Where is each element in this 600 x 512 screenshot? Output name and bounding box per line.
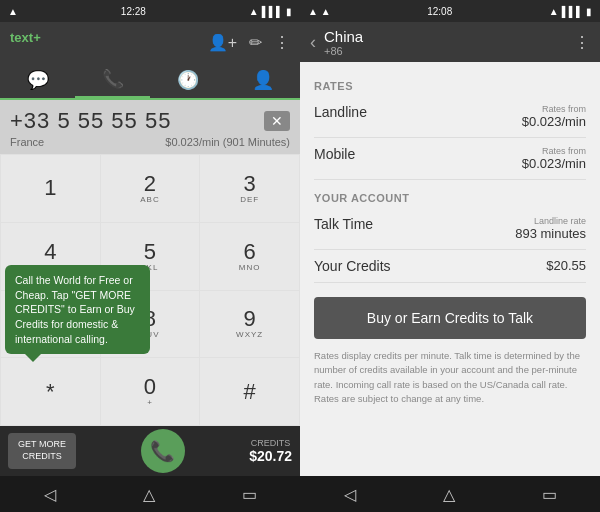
dial-num-4: 4: [44, 241, 56, 263]
r-back-icon[interactable]: ◁: [344, 485, 356, 504]
bottom-bar: GET MORE CREDITS 📞 CREDITS $20.72: [0, 426, 300, 476]
talk-time-value-group: Landline rate 893 minutes: [515, 216, 586, 241]
account-row-talk-time: Talk Time Landline rate 893 minutes: [314, 208, 586, 250]
call-icon: 📞: [150, 439, 175, 463]
landline-label: Landline: [314, 104, 367, 120]
dial-key-0[interactable]: 0 +: [101, 358, 200, 425]
dial-key-2[interactable]: 2 ABC: [101, 155, 200, 222]
rate-label: $0.023/min (901 Minutes): [165, 136, 290, 148]
left-time: 12:28: [121, 6, 146, 17]
rate-row-landline: Landline Rates from $0.023/min: [314, 96, 586, 138]
dial-letters-6: MNO: [239, 263, 261, 272]
right-time: 12:08: [427, 6, 452, 17]
your-credits-label: Your Credits: [314, 258, 391, 274]
tab-contacts[interactable]: 👤: [225, 62, 300, 98]
back-button[interactable]: ‹: [310, 32, 316, 53]
compose-icon[interactable]: ✏: [249, 33, 262, 52]
add-contact-icon[interactable]: 👤+: [208, 33, 237, 52]
right-status-bar: ▲ ▲ 12:08 ▲ ▌▌▌ ▮: [300, 0, 600, 22]
dial-num-hash: #: [244, 381, 256, 403]
r-battery-icon: ▮: [586, 6, 592, 17]
app-bar-icons: 👤+ ✏ ⋮: [208, 33, 290, 52]
dial-num-1: 1: [44, 177, 56, 199]
country-title: China: [324, 28, 363, 45]
credits-label: CREDITS: [249, 438, 292, 448]
signal-icon: ▲: [8, 6, 18, 17]
landline-rate: $0.023/min: [522, 114, 586, 129]
get-credits-button[interactable]: GET MORE CREDITS: [8, 433, 76, 468]
back-icon[interactable]: ◁: [44, 485, 56, 504]
r-app-bar-left: ‹ China +86: [310, 28, 363, 57]
tab-history[interactable]: 🕐: [150, 62, 225, 98]
dial-num-9: 9: [244, 308, 256, 330]
tab-bar: 💬 📞 🕐 👤: [0, 62, 300, 100]
dial-num-5: 5: [144, 241, 156, 263]
get-credits-label: GET MORE CREDITS: [18, 439, 66, 461]
dial-num-star: *: [46, 381, 55, 403]
rates-section-label: RATES: [314, 80, 586, 92]
dial-num-0: 0: [144, 376, 156, 398]
r-title-group: China +86: [324, 28, 363, 57]
talk-time-value: 893 minutes: [515, 226, 586, 241]
phone-number: +33 5 55 55 55: [10, 108, 171, 134]
country-label: France: [10, 136, 44, 148]
tab-calls[interactable]: 📞: [75, 62, 150, 98]
r-recents-icon[interactable]: ▭: [542, 485, 557, 504]
phone-sub-info: France $0.023/min (901 Minutes): [10, 136, 290, 148]
credits-display: CREDITS $20.72: [249, 438, 292, 464]
recents-icon[interactable]: ▭: [242, 485, 257, 504]
status-right: ▲ ▌▌▌ ▮: [249, 6, 292, 17]
dial-letters-9: WXYZ: [236, 330, 263, 339]
landline-value-group: Rates from $0.023/min: [522, 104, 586, 129]
battery-icon: ▮: [286, 6, 292, 17]
mobile-from: Rates from: [522, 146, 586, 156]
right-nav-bar: ◁ △ ▭: [300, 476, 600, 512]
left-status-bar: ▲ 12:28 ▲ ▌▌▌ ▮: [0, 0, 300, 22]
talk-time-sublabel: Landline rate: [515, 216, 586, 226]
dial-num-6: 6: [244, 241, 256, 263]
dial-key-1[interactable]: 1: [1, 155, 100, 222]
mobile-value-group: Rates from $0.023/min: [522, 146, 586, 171]
r-status-left: ▲ ▲: [308, 6, 331, 17]
right-panel: ▲ ▲ 12:08 ▲ ▌▌▌ ▮ ‹ China +86 ⋮ RATES La…: [300, 0, 600, 512]
account-row-credits: Your Credits $20.55: [314, 250, 586, 283]
talk-time-label: Talk Time: [314, 216, 373, 232]
right-content: RATES Landline Rates from $0.023/min Mob…: [300, 62, 600, 476]
mobile-rate: $0.023/min: [522, 156, 586, 171]
right-app-bar: ‹ China +86 ⋮: [300, 22, 600, 62]
dial-key-hash[interactable]: #: [200, 358, 299, 425]
dial-letters-0: +: [147, 398, 153, 407]
r-wifi-icon: ▲: [549, 6, 559, 17]
buy-earn-credits-button[interactable]: Buy or Earn Credits to Talk: [314, 297, 586, 339]
app-title: text+: [10, 30, 41, 55]
rate-row-mobile: Mobile Rates from $0.023/min: [314, 138, 586, 180]
signal-bars-icon: ▌▌▌: [262, 6, 283, 17]
country-code: +86: [324, 45, 363, 57]
tab-messages[interactable]: 💬: [0, 62, 75, 98]
dial-key-6[interactable]: 6 MNO: [200, 223, 299, 290]
your-account-section-label: YOUR ACCOUNT: [314, 192, 586, 204]
status-left: ▲: [8, 6, 18, 17]
left-app-bar: text+ 👤+ ✏ ⋮: [0, 22, 300, 62]
phone-number-row: +33 5 55 55 55 ✕: [10, 108, 290, 134]
r-home-icon[interactable]: △: [443, 485, 455, 504]
left-nav-bar: ◁ △ ▭: [0, 476, 300, 512]
wifi-icon: ▲: [249, 6, 259, 17]
overflow-menu-icon[interactable]: ⋮: [274, 33, 290, 52]
call-button[interactable]: 📞: [141, 429, 185, 473]
dial-key-9[interactable]: 9 WXYZ: [200, 291, 299, 358]
disclaimer-text: Rates display credits per minute. Talk t…: [314, 349, 586, 406]
dial-letters-2: ABC: [140, 195, 159, 204]
right-overflow-menu-icon[interactable]: ⋮: [574, 33, 590, 52]
phone-display: +33 5 55 55 55 ✕ France $0.023/min (901 …: [0, 100, 300, 154]
credits-amount: $20.72: [249, 448, 292, 464]
tooltip-overlay: Call the World for Free or Cheap. Tap "G…: [5, 265, 150, 354]
dial-key-3[interactable]: 3 DEF: [200, 155, 299, 222]
dial-key-star[interactable]: *: [1, 358, 100, 425]
app-title-plus: +: [33, 30, 41, 45]
dial-letters-3: DEF: [240, 195, 259, 204]
credits-value: $20.55: [546, 258, 586, 273]
dial-num-2: 2: [144, 173, 156, 195]
delete-button[interactable]: ✕: [264, 111, 290, 131]
home-icon[interactable]: △: [143, 485, 155, 504]
